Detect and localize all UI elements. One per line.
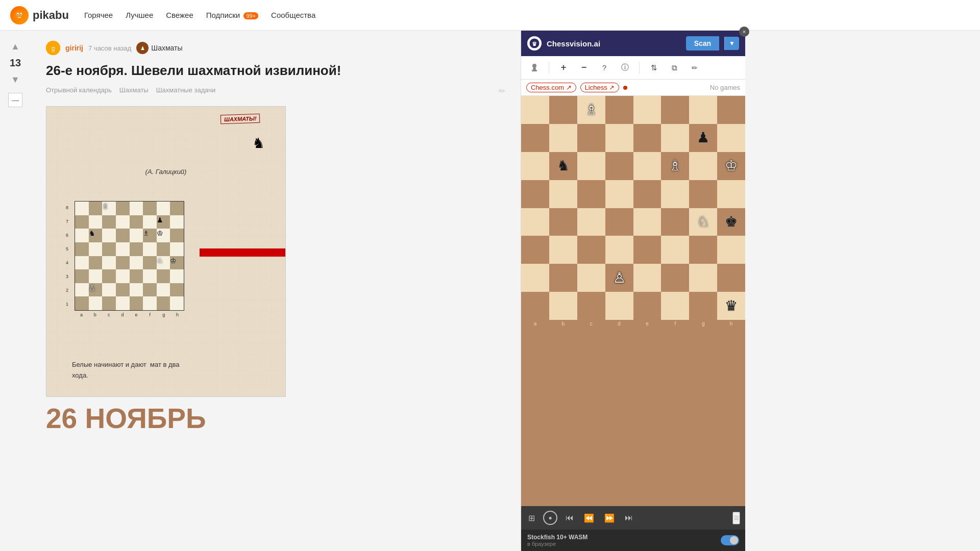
cv-board-cell-b8[interactable]	[549, 96, 577, 124]
skip-start-button[interactable]: ⏮	[564, 511, 576, 524]
cv-board-cell-g6[interactable]	[689, 152, 717, 180]
community-badge[interactable]: ♟ Шахматы	[136, 42, 182, 54]
cv-board-cell-h3[interactable]	[717, 236, 745, 264]
cv-board-cell-b7[interactable]	[549, 124, 577, 152]
cv-board-cell-h7[interactable]	[717, 124, 745, 152]
cv-board-cell-a1[interactable]	[521, 292, 549, 320]
cv-board-cell-e1[interactable]	[633, 292, 662, 320]
cv-board-cell-c1[interactable]	[577, 292, 605, 320]
cv-board-cell-d3[interactable]	[605, 236, 633, 264]
cv-board-cell-e3[interactable]	[633, 236, 662, 264]
board-view-button[interactable]: ⊞	[526, 511, 537, 525]
cv-board-cell-c6[interactable]	[577, 152, 605, 180]
cv-board-cell-h4[interactable]: ♚	[717, 208, 745, 236]
help-button[interactable]: ?	[596, 60, 612, 76]
tag-chess[interactable]: Шахматы	[119, 86, 149, 96]
cv-board-cell-g1[interactable]	[689, 292, 717, 320]
cv-board-cell-d2[interactable]: ♙	[605, 264, 633, 292]
tag-calendar[interactable]: Отрывной календарь	[46, 86, 112, 96]
cv-board-cell-a6[interactable]	[521, 152, 549, 180]
cv-board-cell-b1[interactable]	[549, 292, 577, 320]
cv-board-cell-g5[interactable]	[689, 180, 717, 208]
pikabu-logo[interactable]: pikabu	[10, 6, 69, 24]
tag-chess-puzzles[interactable]: Шахматные задачи	[156, 86, 216, 96]
cv-board-cell-f7[interactable]	[661, 124, 689, 152]
cv-board-cell-b6[interactable]: ♞	[549, 152, 577, 180]
cv-board-cell-h2[interactable]	[717, 264, 745, 292]
cv-board-cell-b2[interactable]	[549, 264, 577, 292]
cv-board-cell-g8[interactable]	[689, 96, 717, 124]
cv-board-cell-f4[interactable]	[661, 208, 689, 236]
cv-board-cell-c3[interactable]	[577, 236, 605, 264]
nav-communities[interactable]: Сообщества	[271, 11, 315, 19]
cv-board-cell-e4[interactable]	[633, 208, 662, 236]
cv-board-cell-c4[interactable]	[577, 208, 605, 236]
lichess-link[interactable]: Lichess ↗	[580, 83, 620, 92]
cv-board-cell-g7[interactable]: ♟	[689, 124, 717, 152]
cv-board-cell-f3[interactable]	[661, 236, 689, 264]
record-button[interactable]: ●	[543, 511, 557, 525]
cv-board-cell-h1[interactable]: ♛	[717, 292, 745, 320]
cv-board-cell-d7[interactable]	[605, 124, 633, 152]
cv-board-cell-d1[interactable]	[605, 292, 633, 320]
cv-board-cell-e2[interactable]	[633, 264, 662, 292]
nav-subscriptions[interactable]: Подписки 99+	[206, 11, 258, 19]
close-button[interactable]: ×	[739, 27, 749, 37]
cv-board-cell-c7[interactable]	[577, 124, 605, 152]
nav-best[interactable]: Лучшее	[126, 11, 153, 19]
skip-end-button[interactable]: ⏭	[623, 511, 635, 524]
vote-up-button[interactable]: ▲	[7, 38, 23, 55]
menu-button[interactable]: ≡	[732, 512, 740, 524]
zoom-out-button[interactable]: −	[576, 60, 592, 76]
nav-new[interactable]: Свежее	[166, 11, 193, 19]
chess-com-link[interactable]: Chess.com ↗	[526, 83, 576, 92]
cv-board-cell-g4[interactable]: ♘	[689, 208, 717, 236]
cv-board-cell-f2[interactable]	[661, 264, 689, 292]
cv-board-cell-h8[interactable]	[717, 96, 745, 124]
cv-board-cell-a5[interactable]	[521, 180, 549, 208]
cv-board-cell-f6[interactable]: ♗	[661, 152, 689, 180]
cv-board-cell-f5[interactable]	[661, 180, 689, 208]
zoom-in-button[interactable]: +	[555, 60, 572, 76]
cv-board-cell-e5[interactable]	[633, 180, 662, 208]
cv-board-cell-f8[interactable]	[661, 96, 689, 124]
flip-button[interactable]: ⇅	[646, 60, 662, 76]
cv-board-cell-a2[interactable]	[521, 264, 549, 292]
cv-board-cell-a4[interactable]	[521, 208, 549, 236]
cv-board-cell-g3[interactable]	[689, 236, 717, 264]
nav-hot[interactable]: Горячее	[84, 11, 113, 19]
pawn-tool-button[interactable]	[526, 60, 543, 76]
cv-board-cell-d8[interactable]	[605, 96, 633, 124]
vote-minus-button[interactable]: —	[8, 93, 22, 107]
cv-board-cell-c2[interactable]	[577, 264, 605, 292]
info-button[interactable]: ⓘ	[617, 60, 633, 76]
cv-board-cell-g2[interactable]	[689, 264, 717, 292]
cv-board-cell-h6[interactable]: ♔	[717, 152, 745, 180]
cv-board-cell-c8[interactable]: ♗	[577, 96, 605, 124]
cv-board-cell-d4[interactable]	[605, 208, 633, 236]
copy-button[interactable]: ⧉	[666, 60, 682, 76]
stockfish-toggle[interactable]	[721, 535, 739, 545]
cv-board-cell-h5[interactable]	[717, 180, 745, 208]
cv-board-cell-c5[interactable]	[577, 180, 605, 208]
cv-board-cell-b3[interactable]	[549, 236, 577, 264]
cv-board-cell-a7[interactable]	[521, 124, 549, 152]
vote-down-button[interactable]: ▼	[7, 71, 23, 88]
cv-board-cell-b4[interactable]	[549, 208, 577, 236]
cv-board-cell-e6[interactable]	[633, 152, 662, 180]
cv-board-cell-b5[interactable]	[549, 180, 577, 208]
cv-board-cell-a3[interactable]	[521, 236, 549, 264]
cv-board-cell-e7[interactable]	[633, 124, 662, 152]
cv-board-cell-d5[interactable]	[605, 180, 633, 208]
step-forward-button[interactable]: ⏩	[602, 511, 617, 525]
edit-icon[interactable]: ✏	[499, 86, 505, 96]
edit-button[interactable]: ✏	[687, 60, 703, 76]
step-back-button[interactable]: ⏪	[582, 511, 596, 525]
scan-button[interactable]: Scan	[686, 36, 719, 51]
cv-board-cell-e8[interactable]	[633, 96, 662, 124]
cv-board-cell-f1[interactable]	[661, 292, 689, 320]
cv-board-cell-a8[interactable]	[521, 96, 549, 124]
author-name[interactable]: giririj	[65, 44, 83, 52]
cv-board-cell-d6[interactable]	[605, 152, 633, 180]
scan-dropdown-button[interactable]: ▼	[724, 37, 739, 50]
